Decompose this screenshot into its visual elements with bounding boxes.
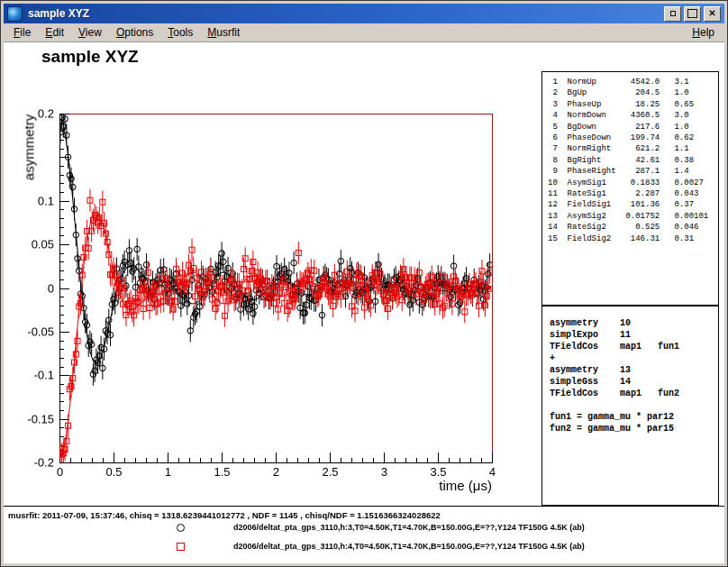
- legend-marker-square-icon: [177, 543, 185, 551]
- theory-box: asymmetry 10 simplExpo 11 TFieldCos map1…: [541, 306, 719, 506]
- fit-status-line: musrfit: 2011-07-09, 15:37:46, chisq = 1…: [8, 510, 441, 520]
- legend-marker-circle-icon: [177, 524, 185, 532]
- menu-tools[interactable]: Tools: [160, 23, 200, 41]
- titlebar[interactable]: sample XYZ ✕: [4, 4, 724, 23]
- plot-canvas[interactable]: [4, 42, 544, 511]
- titlebar-buttons: ✕: [664, 6, 721, 22]
- app-icon[interactable]: [7, 6, 23, 22]
- theory-block: asymmetry 10 simplExpo 11 TFieldCos map1…: [542, 306, 718, 434]
- plot-heading: sample XYZ: [41, 47, 139, 67]
- y-axis-title: asymmetry: [22, 103, 37, 193]
- close-button[interactable]: ✕: [704, 6, 721, 22]
- maximize-button[interactable]: [684, 6, 701, 22]
- menu-file[interactable]: File: [6, 23, 38, 41]
- root-canvas-area: sample XYZ asymmetry time (μs) 1 NormUp …: [4, 42, 724, 563]
- maximize-icon: [687, 9, 697, 18]
- parameter-table: 1 NormUp 4542.0 3.1 2 BgUp 204.5 1.0 3 P…: [542, 72, 718, 244]
- legend-label: d2006/deltat_pta_gps_3110,h:3,T0=4.50K,T…: [233, 523, 585, 532]
- parameter-box: 1 NormUp 4542.0 3.1 2 BgUp 204.5 1.0 3 P…: [541, 71, 719, 306]
- menu-help[interactable]: Help: [685, 23, 722, 41]
- menu-musrfit[interactable]: Musrfit: [200, 23, 247, 41]
- menubar-help: Help: [685, 23, 722, 41]
- window-title: sample XYZ: [28, 7, 659, 20]
- minimize-button[interactable]: [664, 6, 681, 22]
- footer-divider: [4, 506, 724, 507]
- legend-label: d2006/deltat_pta_gps_3110,h:4,T0=4.50K,T…: [233, 542, 585, 551]
- legend-row: d2006/deltat_pta_gps_3110,h:3,T0=4.50K,T…: [4, 522, 724, 535]
- menu-edit[interactable]: Edit: [38, 23, 71, 41]
- app-window: sample XYZ ✕ FileEditViewOptionsToolsMus…: [0, 0, 728, 567]
- legend-row: d2006/deltat_pta_gps_3110,h:4,T0=4.50K,T…: [4, 541, 724, 553]
- x-axis-title: time (μs): [366, 478, 492, 493]
- minimize-icon: [670, 11, 676, 16]
- close-icon: ✕: [708, 9, 715, 18]
- menubar-items: FileEditViewOptionsToolsMusrfit: [6, 23, 247, 41]
- menu-view[interactable]: View: [71, 23, 109, 41]
- menubar: FileEditViewOptionsToolsMusrfit Help: [4, 23, 724, 42]
- menu-options[interactable]: Options: [109, 23, 160, 41]
